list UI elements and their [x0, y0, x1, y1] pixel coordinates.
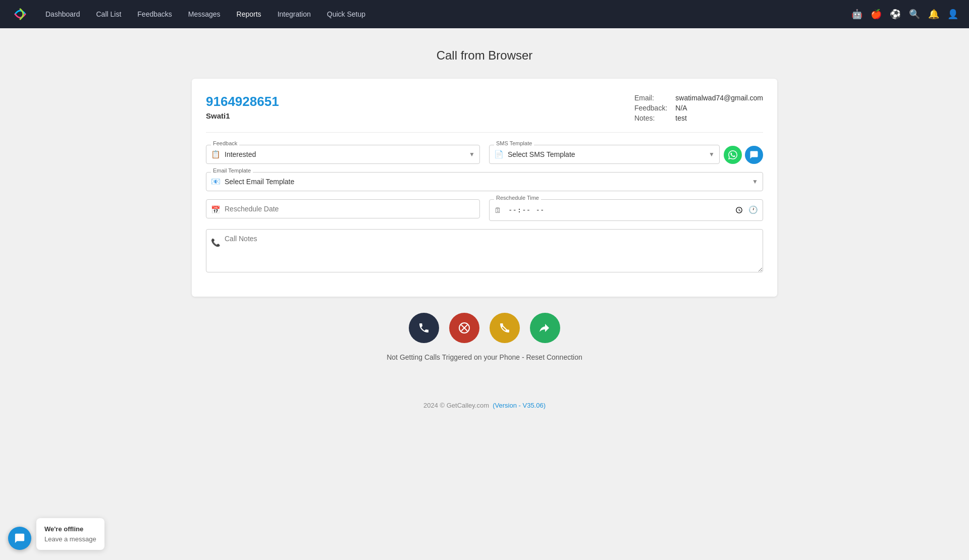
- reschedule-time-label: Reschedule Time: [494, 195, 541, 201]
- user-icon[interactable]: 👤: [947, 8, 959, 20]
- contact-right: Email: swatimalwad74@gmail.com Feedback:…: [634, 94, 763, 122]
- chat-leave-message: Leave a message: [44, 534, 96, 544]
- reschedule-time-group: Reschedule Time 🗓 🕐: [489, 199, 763, 221]
- reschedule-date-group: 📅: [206, 199, 480, 221]
- contact-info: 9164928651 Swati1 Email: swatimalwad74@g…: [206, 94, 763, 133]
- sms-template-label: SMS Template: [494, 140, 534, 146]
- email-template-group: Email Template 📧 Select Email Template ▼: [206, 172, 763, 191]
- apple-icon[interactable]: 🍎: [870, 8, 882, 20]
- feedback-group: Feedback 📋 Interested ▼: [206, 145, 480, 164]
- page-title: Call from Browser: [192, 48, 777, 63]
- email-label: Email:: [634, 94, 667, 102]
- contact-name: Swati1: [206, 111, 279, 120]
- email-template-row: Email Template 📧 Select Email Template ▼: [206, 172, 763, 191]
- whatsapp-button[interactable]: [724, 146, 742, 164]
- reschedule-date-input[interactable]: [206, 199, 480, 218]
- sms-template-select[interactable]: Select SMS Template: [489, 145, 720, 164]
- help-icon[interactable]: ⚽: [889, 8, 901, 20]
- feedback-value: N/A: [675, 104, 763, 112]
- chat-bubble-button[interactable]: [8, 527, 31, 550]
- search-icon[interactable]: 🔍: [908, 8, 921, 20]
- nav-messages[interactable]: Messages: [181, 6, 228, 22]
- page-wrapper: Call from Browser 9164928651 Swati1 Emai…: [182, 28, 787, 391]
- sms-template-group: SMS Template 📄 Select SMS Template ▼: [489, 145, 763, 164]
- notes-label: Notes:: [634, 114, 667, 122]
- feedback-field-label: Feedback: [211, 140, 239, 146]
- nav-dashboard[interactable]: Dashboard: [38, 6, 87, 22]
- cancel-button[interactable]: [449, 313, 479, 343]
- contact-left: 9164928651 Swati1: [206, 94, 279, 122]
- nav-right-icons: 🤖 🍎 ⚽ 🔍 🔔 👤: [851, 8, 959, 20]
- reset-link-area: Not Getting Calls Triggered on your Phon…: [192, 353, 777, 361]
- feedback-label: Feedback:: [634, 104, 667, 112]
- call-notes-group: 📞: [206, 229, 763, 274]
- email-value: swatimalwad74@gmail.com: [675, 94, 763, 102]
- email-template-label: Email Template: [211, 167, 253, 174]
- nav-quick-setup[interactable]: Quick Setup: [320, 6, 372, 22]
- footer: 2024 © GetCalley.com (Version - V35.06): [0, 391, 969, 419]
- android-icon[interactable]: 🤖: [851, 8, 863, 20]
- sms-select-wrap: SMS Template 📄 Select SMS Template ▼: [489, 145, 720, 164]
- main-card: 9164928651 Swati1 Email: swatimalwad74@g…: [192, 79, 777, 297]
- reschedule-time-input[interactable]: [489, 199, 763, 221]
- call-button[interactable]: [409, 313, 439, 343]
- notes-value: test: [675, 114, 763, 122]
- feedback-sms-row: Feedback 📋 Interested ▼ SMS Template 📄 S…: [206, 145, 763, 164]
- reschedule-row: 📅 Reschedule Time 🗓 🕐: [206, 199, 763, 221]
- contact-phone: 9164928651: [206, 94, 279, 109]
- nav-reports[interactable]: Reports: [230, 6, 268, 22]
- footer-version-link[interactable]: (Version - V35.06): [493, 402, 546, 409]
- sms-actions: [724, 145, 763, 164]
- call-notes-textarea[interactable]: [206, 229, 763, 272]
- chat-widget: We're offline Leave a message: [8, 518, 104, 550]
- nav-feedbacks[interactable]: Feedbacks: [130, 6, 179, 22]
- chat-popup: We're offline Leave a message: [36, 518, 104, 550]
- nav-integration[interactable]: Integration: [271, 6, 318, 22]
- footer-text: 2024 © GetCalley.com: [423, 402, 489, 409]
- email-template-select[interactable]: Select Email Template: [206, 172, 763, 191]
- svg-point-0: [12, 6, 29, 23]
- reset-connection-link[interactable]: Not Getting Calls Triggered on your Phon…: [387, 353, 582, 361]
- chat-offline-title: We're offline: [44, 524, 96, 534]
- notifications-icon[interactable]: 🔔: [928, 8, 940, 20]
- nav-call-list[interactable]: Call List: [89, 6, 129, 22]
- navbar: Dashboard Call List Feedbacks Messages R…: [0, 0, 969, 28]
- nav-links: Dashboard Call List Feedbacks Messages R…: [38, 6, 851, 22]
- chat-button[interactable]: [745, 146, 763, 164]
- forward-button[interactable]: [530, 313, 560, 343]
- mute-button[interactable]: [490, 313, 520, 343]
- feedback-select[interactable]: Interested: [206, 145, 480, 164]
- actions-row: [192, 313, 777, 343]
- call-notes-row: 📞: [206, 229, 763, 274]
- app-logo[interactable]: [10, 4, 30, 24]
